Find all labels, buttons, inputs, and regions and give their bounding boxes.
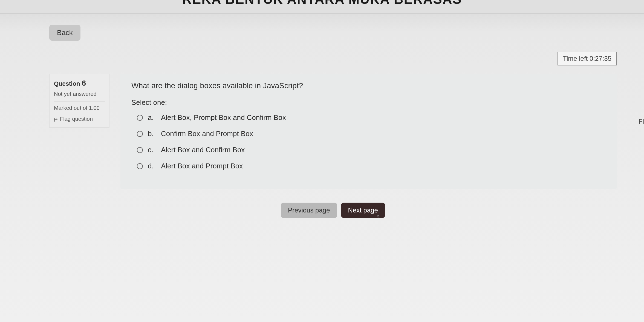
select-one-prompt: Select one: [131,98,606,107]
right-edge-partial: Fi [639,118,644,125]
option-b-radio[interactable] [137,131,143,137]
option-a[interactable]: a. Alert Box, Prompt Box and Confirm Box [131,113,606,122]
option-b[interactable]: b. Confirm Box and Prompt Box [131,130,606,138]
nav-buttons: Previous page Next page ⤱ [49,203,617,218]
option-a-text: Alert Box, Prompt Box and Confirm Box [161,113,286,122]
question-content: What are the dialog boxes available in J… [120,74,617,189]
option-d-letter: d. [148,162,156,170]
flag-icon [54,116,58,121]
flag-question-link[interactable]: Flag question [54,115,105,122]
option-a-radio[interactable] [137,115,143,121]
option-c[interactable]: c. Alert Box and Confirm Box [131,146,606,154]
question-label-prefix: Question [54,80,80,87]
option-c-letter: c. [148,146,156,154]
question-text: What are the dialog boxes available in J… [131,81,606,90]
cursor-icon: ⤱ [376,214,380,219]
question-info-panel: Question 6 Not yet answered Marked out o… [49,74,109,128]
page-header: REKA BENTUK ANTARA MUKA BERASAS [0,0,644,14]
back-button[interactable]: Back [49,25,80,41]
header-title: REKA BENTUK ANTARA MUKA BERASAS [182,0,462,7]
content-wrapper: Back Time left 0:27:35 Question 6 Not ye… [0,14,644,229]
option-a-letter: a. [148,113,156,122]
option-b-letter: b. [148,130,156,138]
question-status: Not yet answered [54,90,105,97]
option-c-text: Alert Box and Confirm Box [161,146,245,154]
question-marks: Marked out of 1.00 [54,101,105,111]
option-d[interactable]: d. Alert Box and Prompt Box [131,162,606,170]
option-d-text: Alert Box and Prompt Box [161,162,243,170]
timer-box: Time left 0:27:35 [558,52,617,65]
next-page-button[interactable]: Next page ⤱ [341,203,385,218]
option-d-radio[interactable] [137,163,143,169]
option-b-text: Confirm Box and Prompt Box [161,130,253,138]
question-number-value: 6 [82,79,86,87]
next-page-label: Next page [348,206,378,214]
previous-page-button[interactable]: Previous page [281,203,337,218]
question-area: Question 6 Not yet answered Marked out o… [49,74,617,189]
option-c-radio[interactable] [137,147,143,153]
flag-question-label: Flag question [60,115,93,122]
timer-row: Time left 0:27:35 [49,52,617,65]
question-number: Question 6 [54,79,105,88]
